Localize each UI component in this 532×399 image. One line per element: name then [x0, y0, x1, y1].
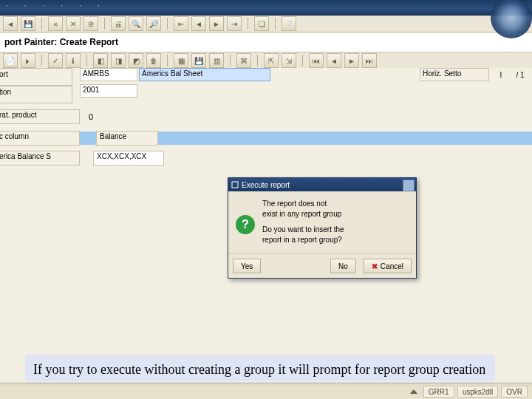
dialog-message: The report does not exist in any report …	[262, 199, 344, 250]
back-icon[interactable]: ◄	[3, 16, 18, 31]
findnext-icon[interactable]: 🔎	[146, 16, 161, 31]
dialog-close-icon[interactable]	[403, 180, 415, 191]
check-icon[interactable]: ✓	[48, 53, 63, 68]
variant-icon[interactable]: ⌘	[236, 53, 251, 68]
toolbar-separator	[302, 55, 303, 66]
yes-button-label: Yes	[241, 262, 253, 270]
tool3-icon[interactable]: ◩	[129, 53, 143, 68]
status-mode: OVR	[501, 386, 528, 398]
column-cell[interactable]: c column	[0, 131, 80, 146]
menubar-items[interactable]: · · · · · ·	[0, 0, 532, 11]
toolbar-separator	[257, 55, 258, 66]
save-icon[interactable]: 💾	[21, 16, 35, 31]
product-row: rat. product 0	[0, 109, 103, 124]
exit-icon[interactable]: ✕	[66, 16, 81, 31]
status-server: uspks2dll	[457, 386, 499, 398]
dialog-line1: The report does not	[262, 200, 327, 208]
import-icon[interactable]: ⇲	[282, 53, 296, 68]
nav-next-icon[interactable]: ►	[344, 53, 359, 68]
report-year-input[interactable]: 2001	[80, 84, 137, 98]
back2-icon[interactable]: «	[48, 16, 63, 31]
find-icon[interactable]: 🔍	[129, 16, 143, 31]
nav-last-icon[interactable]: ⏭	[362, 53, 377, 68]
field-report-label-1: ort	[0, 68, 72, 86]
horiz-page-total: / 1	[513, 71, 528, 79]
toolbar-separator	[167, 55, 168, 66]
help-icon[interactable]: ❔	[282, 16, 296, 31]
tool2-icon[interactable]: ◨	[111, 53, 126, 68]
status-triangle-icon[interactable]	[410, 389, 417, 394]
report-description[interactable]: Americs Bal Sheet	[139, 68, 270, 81]
dialog-line4: report in a report group?	[262, 236, 342, 244]
data-row-1-label[interactable]: erica Balance S	[0, 151, 80, 166]
menu-item[interactable]: ·	[43, 1, 45, 10]
grid-icon[interactable]: ▦	[174, 53, 188, 68]
nav-first-icon[interactable]: ⏮	[309, 53, 324, 68]
bottom-separator	[0, 381, 532, 383]
question-icon: ?	[236, 215, 255, 234]
cancel-x-icon: ✖	[372, 262, 378, 270]
product-label: rat. product	[0, 109, 80, 124]
app-toolbar: 📄 ⏵ ✓ ℹ ◧ ◨ ◩ 🗑 ▦ 💾 ▥ ⌘ ⇱ ⇲ ⏮ ◄ ► ⏭	[0, 52, 532, 69]
system-toolbar: ◄ 💾 « ✕ ⊘ 🖨 🔍 🔎 ⇤ ◄ ► ⇥ ❏ ❔	[0, 16, 532, 33]
caption-text: If you try to execute without creating a…	[33, 362, 485, 377]
dialog-icon	[231, 181, 239, 188]
nav-prev-icon[interactable]: ◄	[327, 53, 341, 68]
no-button-label: No	[338, 262, 348, 270]
toolbar-separator	[104, 18, 105, 30]
dialog-title-text: Execute report	[242, 181, 290, 189]
dialog-title-bar[interactable]: Execute report	[228, 178, 416, 191]
window-title-text: port Painter: Create Report	[4, 37, 118, 47]
delete-icon[interactable]: 🗑	[146, 53, 161, 68]
print-icon[interactable]: 🖨	[111, 16, 126, 31]
info-icon[interactable]: ℹ	[66, 53, 81, 68]
toolbar-separator	[41, 18, 42, 30]
report-code-input[interactable]: AMRBS	[80, 68, 137, 81]
save2-icon[interactable]: 💾	[191, 53, 206, 68]
report-canvas: ort tion AMRBS 2001 Americs Bal Sheet Ho…	[0, 68, 532, 383]
balance-cell[interactable]: Balance	[96, 131, 158, 146]
nextpage-icon[interactable]: ►	[209, 16, 224, 31]
execute-icon[interactable]: ⏵	[21, 53, 35, 68]
toolbar-separator	[86, 55, 87, 66]
field-report-label-2: tion	[0, 86, 72, 103]
menu-item[interactable]: ·	[61, 1, 63, 10]
yes-button[interactable]: Yes	[233, 259, 261, 273]
menu-item[interactable]: ·	[24, 1, 27, 10]
toolbar-separator	[275, 18, 276, 30]
status-tcode[interactable]: GRR1	[423, 386, 454, 398]
dialog-line2: exist in any report group	[262, 210, 341, 218]
horiz-status-label: Horiz. Setto	[420, 68, 489, 81]
prevpage-icon[interactable]: ◄	[191, 16, 206, 31]
menubar: · · · · · ·	[0, 0, 532, 16]
report-id-pair: AMRBS 2001	[80, 68, 137, 98]
toolbar-separator	[41, 55, 42, 66]
data-row-1-value[interactable]: XCX,XCX,XCX	[93, 151, 164, 166]
status-bar: GRR1 uspks2dll OVR	[0, 383, 532, 399]
highlighted-row[interactable]: c column Balance	[0, 132, 532, 145]
menu-item[interactable]: ·	[98, 1, 100, 10]
dialog-line3: Do you want to insert the	[262, 225, 344, 233]
left-labels: ort tion	[0, 68, 72, 111]
export-icon[interactable]: ⇱	[264, 53, 279, 68]
svg-rect-0	[232, 182, 238, 188]
newsession-icon[interactable]: ❏	[254, 16, 269, 31]
cancel-button[interactable]: ✖Cancel	[364, 259, 412, 273]
display-icon[interactable]: 📄	[3, 53, 18, 68]
menu-item[interactable]: ·	[79, 1, 81, 10]
cancel-icon[interactable]: ⊘	[83, 16, 98, 31]
firstpage-icon[interactable]: ⇤	[174, 16, 188, 31]
dialog-button-row: Yes No ✖Cancel	[228, 253, 416, 278]
tool1-icon[interactable]: ◧	[93, 53, 108, 68]
window-title: port Painter: Create Report	[0, 33, 532, 52]
horiz-status: Horiz. Setto I / 1	[420, 68, 528, 81]
explainer-caption: If you try to execute without creating a…	[25, 355, 495, 385]
layout-icon[interactable]: ▥	[209, 53, 224, 68]
toolbar-separator	[230, 55, 231, 66]
menu-item[interactable]: ·	[6, 1, 8, 10]
toolbar-separator	[248, 18, 248, 30]
no-button[interactable]: No	[330, 259, 356, 273]
horiz-status-sep: I	[494, 71, 508, 79]
toolbar-separator	[167, 18, 168, 30]
lastpage-icon[interactable]: ⇥	[227, 16, 242, 31]
